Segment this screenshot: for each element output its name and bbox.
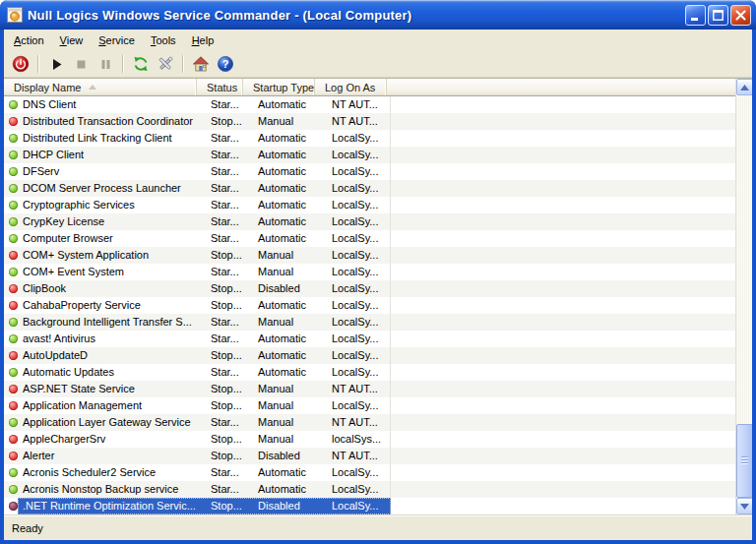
menu-bar: Action View Service Tools Help	[4, 30, 752, 51]
vertical-scrollbar[interactable]	[735, 79, 752, 514]
menu-service[interactable]: Service	[91, 31, 143, 49]
table-row[interactable]: Background Intelligent Transfer S... Sta…	[4, 314, 735, 331]
scroll-down-button[interactable]	[736, 498, 752, 514]
menu-action[interactable]: Action	[6, 31, 52, 49]
table-row[interactable]: COM+ Event System Star... Manual LocalSy…	[4, 264, 735, 280]
maximize-icon	[711, 8, 725, 23]
status-dot-icon	[9, 452, 18, 460]
service-name-cell: Background Intelligent Transfer S...	[18, 314, 201, 331]
scroll-down-icon	[740, 504, 749, 510]
tools-button[interactable]	[154, 53, 177, 76]
table-row[interactable]: Distributed Link Tracking Client Star...…	[4, 130, 735, 147]
app-icon[interactable]	[7, 7, 23, 23]
service-startup-cell: Manual	[247, 247, 319, 264]
help-button[interactable]: ?	[214, 53, 237, 76]
table-row[interactable]: AutoUpdateD Stop... Automatic LocalSy...	[4, 347, 735, 364]
pause-service-icon	[97, 56, 114, 73]
menu-help[interactable]: Help	[184, 31, 222, 49]
status-dot-icon	[9, 301, 18, 310]
service-startup-cell: Automatic	[247, 347, 319, 364]
service-startup-cell: Automatic	[247, 147, 319, 163]
table-row[interactable]: Cryptographic Services Star... Automatic…	[4, 197, 735, 213]
table-row[interactable]: Application Layer Gateway Service Star..…	[4, 414, 735, 431]
service-logon-cell: LocalSy...	[319, 130, 391, 147]
service-logon-cell: NT AUT...	[319, 381, 391, 397]
table-row[interactable]: ASP.NET State Service Stop... Manual NT …	[4, 381, 735, 397]
service-logon-cell: NT AUT...	[319, 448, 391, 464]
stop-service-button[interactable]	[69, 53, 93, 76]
table-row[interactable]: Application Management Stop... Manual Lo…	[4, 397, 735, 414]
service-startup-cell: Manual	[247, 431, 319, 448]
status-dot-icon	[9, 418, 18, 427]
status-dot-icon	[9, 268, 18, 276]
table-row[interactable]: Computer Browser Star... Automatic Local…	[4, 230, 735, 247]
service-status-cell: Stop...	[201, 280, 247, 297]
status-dot-icon	[9, 234, 18, 243]
service-startup-cell: Automatic	[247, 297, 319, 314]
status-dot-icon	[9, 100, 18, 109]
refresh-button[interactable]	[129, 53, 153, 76]
services-home-button[interactable]	[189, 53, 213, 76]
service-status-cell: Star...	[201, 264, 247, 280]
service-status-cell: Stop...	[201, 431, 247, 448]
table-row[interactable]: DCOM Server Process Launcher Star... Aut…	[4, 180, 735, 197]
service-status-cell: Star...	[201, 197, 247, 213]
column-header-status[interactable]: Status	[197, 79, 243, 95]
close-button[interactable]	[730, 5, 751, 26]
service-name-cell: CahabaProperty Service	[18, 297, 201, 314]
table-row[interactable]: Acronis Nonstop Backup service Star... A…	[4, 481, 735, 498]
service-name-cell: DHCP Client	[18, 147, 201, 163]
start-service-button[interactable]	[44, 53, 68, 76]
table-row[interactable]: DFServ Star... Automatic LocalSy...	[4, 163, 735, 180]
table-row[interactable]: DNS Client Star... Automatic NT AUT...	[4, 96, 735, 113]
services-home-icon	[192, 55, 210, 73]
status-dot-icon	[9, 468, 18, 477]
scroll-up-button[interactable]	[736, 79, 752, 95]
table-row[interactable]: CahabaProperty Service Stop... Automatic…	[4, 297, 735, 314]
service-table-body: DNS Client Star... Automatic NT AUT... D…	[4, 96, 735, 514]
tools-icon	[157, 55, 174, 73]
status-dot-icon	[9, 284, 18, 293]
table-row[interactable]: Acronis Scheduler2 Service Star... Autom…	[4, 464, 735, 481]
table-row[interactable]: .NET Runtime Optimization Servic... Stop…	[4, 498, 735, 514]
table-row[interactable]: Distributed Transaction Coordinator Stop…	[4, 113, 735, 130]
menu-tools[interactable]: Tools	[143, 31, 184, 49]
service-status-cell: Star...	[201, 130, 247, 147]
table-row[interactable]: avast! Antivirus Star... Automatic Local…	[4, 331, 735, 347]
service-startup-cell: Manual	[247, 314, 319, 331]
service-name-cell: Acronis Scheduler2 Service	[18, 464, 201, 481]
column-header-startup-type[interactable]: Startup Type	[243, 79, 315, 95]
table-row[interactable]: Alerter Stop... Disabled NT AUT...	[4, 448, 735, 464]
table-row[interactable]: DHCP Client Star... Automatic LocalSy...	[4, 147, 735, 163]
service-status-cell: Stop...	[201, 347, 247, 364]
table-row[interactable]: ClipBook Stop... Disabled LocalSy...	[4, 280, 735, 297]
service-status-cell: Star...	[201, 213, 247, 230]
close-icon	[733, 8, 748, 23]
column-header-display-name[interactable]: Display Name	[4, 79, 197, 95]
status-dot-icon	[9, 435, 18, 444]
service-name-cell: avast! Antivirus	[18, 331, 201, 347]
status-dot-icon	[9, 251, 18, 260]
table-row[interactable]: COM+ System Application Stop... Manual L…	[4, 247, 735, 264]
column-header-log-on-as[interactable]: Log On As	[315, 79, 387, 95]
scroll-up-icon	[740, 85, 749, 91]
service-logon-cell: NT AUT...	[319, 113, 391, 130]
service-status-cell: Star...	[201, 96, 247, 113]
scrollbar-thumb[interactable]	[736, 424, 752, 498]
service-name-cell: AutoUpdateD	[18, 347, 201, 364]
service-startup-cell: Automatic	[247, 230, 319, 247]
table-row[interactable]: Automatic Updates Star... Automatic Loca…	[4, 364, 735, 381]
service-status-cell: Star...	[201, 414, 247, 431]
service-startup-cell: Automatic	[247, 197, 319, 213]
pause-service-button[interactable]	[94, 53, 117, 76]
menu-view[interactable]: View	[52, 31, 92, 49]
table-row[interactable]: AppleChargerSrv Stop... Manual localSys.…	[4, 431, 735, 448]
maximize-button[interactable]	[708, 5, 728, 26]
service-status-cell: Star...	[201, 364, 247, 381]
service-logon-cell: LocalSy...	[319, 264, 391, 280]
start-service-icon	[48, 56, 65, 73]
table-row[interactable]: CrypKey License Star... Automatic LocalS…	[4, 213, 735, 230]
power-exit-button[interactable]	[9, 53, 32, 76]
minimize-button[interactable]	[685, 5, 706, 26]
status-dot-icon	[9, 217, 18, 226]
